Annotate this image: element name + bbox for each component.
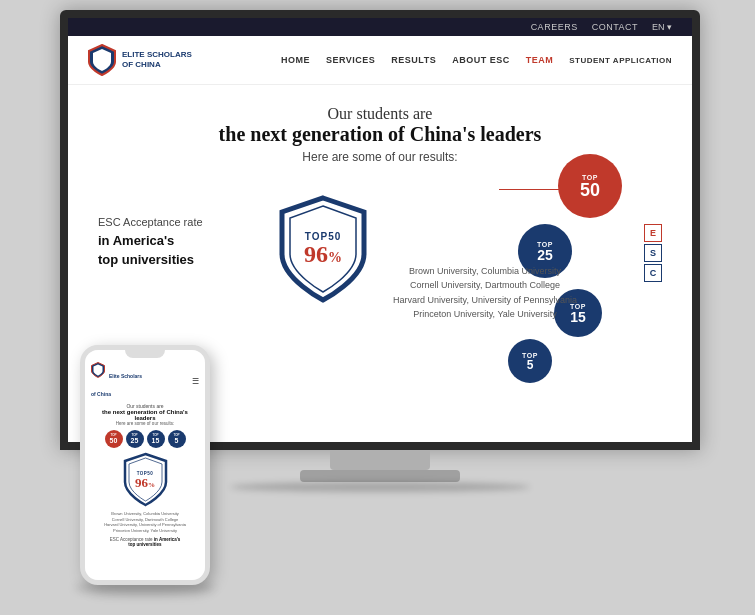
- careers-link[interactable]: CAREERS: [531, 22, 578, 32]
- logo-shield-icon: [88, 44, 116, 76]
- side-letters: E S C: [644, 224, 662, 282]
- side-letter-s: S: [644, 244, 662, 262]
- hero-line2: the next generation of China's leaders: [88, 123, 672, 146]
- phone-shield-text: TOP50 96%: [135, 470, 155, 488]
- phone-acceptance: ESC Acceptance rate in America'stop univ…: [91, 537, 199, 547]
- nav-links: HOME SERVICES RESULTS ABOUT ESC TEAM STU…: [281, 55, 672, 65]
- nav-about-esc[interactable]: ABOUT ESC: [452, 55, 510, 65]
- phone-unis: Brown University, Columbia University Co…: [91, 511, 199, 533]
- phone-bubble-50: TOP 50: [105, 430, 123, 448]
- acceptance-label: ESC Acceptance rate: [98, 214, 258, 231]
- nav-home[interactable]: HOME: [281, 55, 310, 65]
- content-area: ESC Acceptance rate in America's top uni…: [68, 174, 692, 314]
- monitor-stand: [330, 450, 430, 470]
- contact-link[interactable]: CONTACT: [592, 22, 638, 32]
- phone-logo-row: Elite Scholarsof China ☰: [91, 362, 199, 400]
- monitor-base: [300, 470, 460, 482]
- side-letter-e: E: [644, 224, 662, 242]
- shield-pct: 96%: [304, 242, 342, 266]
- top-50-bubble: TOP 50: [558, 154, 622, 218]
- nav-team[interactable]: TEAM: [526, 55, 554, 65]
- nav-student-app[interactable]: STUDENT APPLICATION: [569, 56, 672, 65]
- phone-shield: TOP50 96%: [123, 452, 168, 507]
- bubble-top-5-num: 5: [527, 359, 534, 371]
- phone-bubbles-row: TOP 50 TOP 25 TOP 15 TOP: [91, 430, 199, 448]
- uni-line2: Cornell University, Dartmouth College: [388, 278, 582, 292]
- phone-hero-text: Our students are the next generation of …: [91, 403, 199, 426]
- shield-container: TOP50 96%: [278, 184, 368, 304]
- phone-screen: Elite Scholarsof China ☰ Our students ar…: [85, 350, 205, 580]
- logo-text: ELITE SCHOLARS OF CHINA: [122, 50, 192, 71]
- phone-content: Elite Scholarsof China ☰ Our students ar…: [85, 358, 205, 551]
- phone-frame: Elite Scholarsof China ☰ Our students ar…: [80, 345, 210, 585]
- phone-menu-icon[interactable]: ☰: [192, 377, 199, 386]
- bubble-top-25-num: 25: [537, 248, 553, 262]
- side-letter-c: C: [644, 264, 662, 282]
- top-bar: CAREERS CONTACT EN ▾: [68, 18, 692, 36]
- phone-hero-line2: the next generation of China's leaders: [91, 409, 199, 421]
- acceptance-bold2: top universities: [98, 250, 258, 270]
- hero-line1: Our students are: [88, 105, 672, 123]
- phone-hero-line3: Here are some of our results:: [91, 421, 199, 426]
- universities-list: Brown University, Columbia University Co…: [388, 264, 582, 322]
- phone-shield-pct: 96%: [135, 475, 155, 488]
- lang-selector[interactable]: EN ▾: [652, 22, 672, 32]
- shield-text: TOP50 96%: [304, 231, 342, 266]
- uni-line1: Brown University, Columbia University: [388, 264, 582, 278]
- phone-logo-icon: [91, 362, 105, 378]
- phone-bubble-15: TOP 15: [147, 430, 165, 448]
- phone-logo: Elite Scholarsof China: [91, 362, 142, 400]
- phone-outer: Elite Scholarsof China ☰ Our students ar…: [80, 345, 210, 585]
- shield-badge: TOP50 96%: [278, 194, 368, 304]
- phone-bubble-5: TOP 5: [168, 430, 186, 448]
- uni-line3: Harvard University, University of Pennsy…: [388, 293, 582, 307]
- top-5-bubble: TOP 5: [508, 339, 552, 383]
- red-line: [499, 189, 559, 190]
- monitor-shadow: [230, 482, 530, 492]
- bubble-top-50-num: 50: [580, 181, 600, 199]
- nav-results[interactable]: RESULTS: [391, 55, 436, 65]
- nav-bar: ELITE SCHOLARS OF CHINA HOME SERVICES RE…: [68, 36, 692, 85]
- acceptance-bold1: in America's: [98, 231, 258, 251]
- phone-shield-area: TOP50 96%: [91, 452, 199, 507]
- uni-line4: Princeton University, Yale University: [388, 307, 582, 321]
- phone-notch: [125, 350, 165, 358]
- logo-area: ELITE SCHOLARS OF CHINA: [88, 44, 208, 76]
- phone-bubble-25: TOP 25: [126, 430, 144, 448]
- nav-services[interactable]: SERVICES: [326, 55, 375, 65]
- left-section: ESC Acceptance rate in America's top uni…: [98, 184, 258, 270]
